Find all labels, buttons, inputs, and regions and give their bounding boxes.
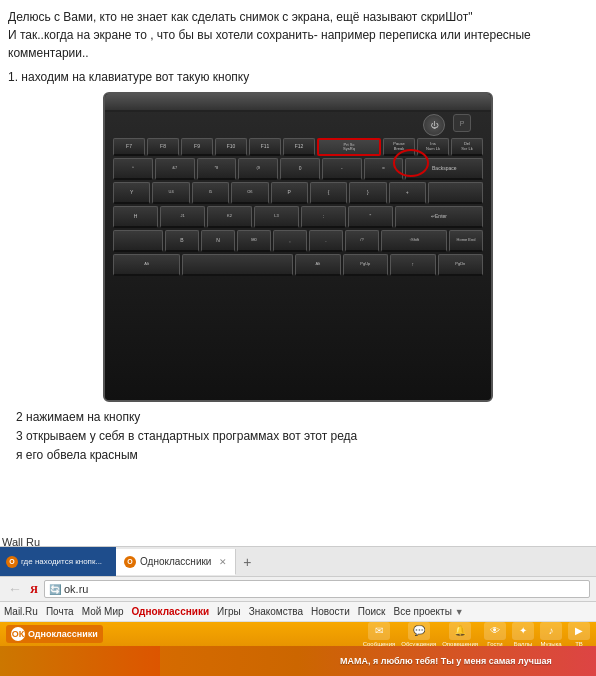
ok-header: ОК Одноклассники ✉ Сообщения 💬 Обсуждени… <box>0 622 596 646</box>
url-text: ok.ru <box>64 583 88 595</box>
top-right-buttons: ⏻ P <box>423 114 471 136</box>
new-tab-button[interactable]: + <box>236 551 258 573</box>
nav-menu-bar: Mail.Ru Почта Мой Мир Одноклассники Игры… <box>0 602 596 622</box>
key-k: K2 <box>207 206 252 228</box>
key-up: ↑ <box>390 254 436 276</box>
key-alt-left: Alt <box>113 254 180 276</box>
nav-igry[interactable]: Игры <box>217 606 241 617</box>
key-home-end: Home End <box>449 230 483 252</box>
key-p: P <box>271 182 308 204</box>
tab-inactive-left[interactable]: O где находится кнопк... <box>0 547 116 577</box>
key-j: J1 <box>160 206 205 228</box>
keyboard-bg: ⏻ P F7 F8 F9 F10 F11 F12 Prt ScSysRq Pau… <box>105 94 491 400</box>
key-h: H <box>113 206 158 228</box>
key-7: &7 <box>155 158 195 180</box>
key-minus: - <box>322 158 362 180</box>
tab1-label: где находится кнопк... <box>21 557 102 566</box>
key-del: DelScr Lk <box>451 138 483 156</box>
key-f8: F8 <box>147 138 179 156</box>
key-space <box>182 254 293 276</box>
power-button-icon: ⏻ <box>423 114 445 136</box>
address-bar: ← Я 🔄 ok.ru <box>0 576 596 602</box>
key-8: *8 <box>197 158 237 180</box>
ok-logo-circle: ОК <box>11 627 25 641</box>
key-o: O6 <box>231 182 268 204</box>
bottom-text: 2 нажимаем на кнопку 3 открываем у себя … <box>8 408 588 466</box>
tab2-close-button[interactable]: ✕ <box>219 557 227 567</box>
browser-taskbar: O где находится кнопк... O Одноклассники… <box>0 546 596 576</box>
key-u: U4 <box>152 182 189 204</box>
key-lbrace: { <box>310 182 347 204</box>
key-f7: F7 <box>113 138 145 156</box>
key-l: L3 <box>254 206 299 228</box>
key-caret: ^ <box>113 158 153 180</box>
key-enter: ↵Enter <box>395 206 483 228</box>
key-shift-left <box>113 230 163 252</box>
key-backslash: + <box>389 182 426 204</box>
key-pgdn: PgDn <box>438 254 484 276</box>
keyboard-area: F7 F8 F9 F10 F11 F12 Prt ScSysRq PauseBr… <box>105 134 491 284</box>
bottom-strip-text: МАМА, я люблю тебя! Ты у меня самая лучш… <box>340 656 552 666</box>
key-y: Y <box>113 182 150 204</box>
ok-messages-icon[interactable]: ✉ Сообщения <box>363 622 396 647</box>
tab2-label: Одноклассники <box>140 556 211 567</box>
nav-pochta[interactable]: Почта <box>46 606 74 617</box>
ok-logo[interactable]: ОК Одноклассники <box>6 625 103 643</box>
nav-novosti[interactable]: Новости <box>311 606 350 617</box>
yandex-logo: Я <box>30 583 38 595</box>
key-i: I5 <box>192 182 229 204</box>
key-slash: /? <box>345 230 379 252</box>
keyboard-image: ⏻ P F7 F8 F9 F10 F11 F12 Prt ScSysRq Pau… <box>103 92 493 402</box>
key-9: (9 <box>238 158 278 180</box>
key-shift-right: ↑Shift <box>381 230 447 252</box>
function-key-row: F7 F8 F9 F10 F11 F12 Prt ScSysRq PauseBr… <box>113 138 483 156</box>
key-f11: F11 <box>249 138 281 156</box>
nav-mailru[interactable]: Mail.Ru <box>4 606 38 617</box>
lock-icon: 🔄 <box>49 584 61 595</box>
nav-poisk[interactable]: Поиск <box>358 606 386 617</box>
nav-znakomstva[interactable]: Знакомства <box>249 606 303 617</box>
key-pause: PauseBreak <box>383 138 415 156</box>
tab-active-odnoklassniki[interactable]: O Одноклассники ✕ <box>116 549 236 575</box>
key-quote: " <box>348 206 393 228</box>
url-field[interactable]: 🔄 ok.ru <box>44 580 590 598</box>
laptop-hinge <box>105 94 491 112</box>
p-button-icon: P <box>453 114 471 132</box>
key-alt-right: Alt <box>295 254 341 276</box>
ok-logo-label: Одноклассники <box>28 629 98 639</box>
ok-tv-icon[interactable]: ▶ ТВ <box>568 622 590 647</box>
article-step1: 1. находим на клавиатуре вот такую кнопк… <box>8 68 588 86</box>
key-rbrace: } <box>349 182 386 204</box>
nav-odnoklassniki[interactable]: Одноклассники <box>132 606 210 617</box>
ok-nav-icons: ✉ Сообщения 💬 Обсуждения 🔔 Оповещения 👁 … <box>363 622 590 647</box>
article-text-1: Делюсь с Вами, кто не знает как сделать … <box>8 8 588 62</box>
key-m: M0 <box>237 230 271 252</box>
ok-notifications-icon[interactable]: 🔔 Оповещения <box>442 622 478 647</box>
key-period: . <box>309 230 343 252</box>
ok-points-icon[interactable]: ✦ Баллы <box>512 622 534 647</box>
ok-guests-icon[interactable]: 👁 Гости <box>484 622 506 647</box>
key-0: 0 <box>280 158 320 180</box>
key-ins: InsNum Lk <box>417 138 449 156</box>
bottom-key-row: Alt Alt PgUp ↑ PgDn <box>113 254 483 276</box>
bottom-fruit-promo <box>0 646 160 676</box>
nav-vse-proekty[interactable]: Все проекты ▼ <box>394 606 464 617</box>
ok-music-icon[interactable]: ♪ Музыка <box>540 622 562 647</box>
key-backspace: Backspace <box>405 158 483 180</box>
key-b: B <box>165 230 199 252</box>
yuiop-key-row: Y U4 I5 O6 P { } + <box>113 182 483 204</box>
key-f10: F10 <box>215 138 247 156</box>
bnm-key-row: B N M0 , . /? ↑Shift Home End <box>113 230 483 252</box>
main-content: Делюсь с Вами, кто не знает как сделать … <box>0 0 596 546</box>
key-equals: = <box>364 158 404 180</box>
ok-discussions-icon[interactable]: 💬 Обсуждения <box>401 622 436 647</box>
key-comma: , <box>273 230 307 252</box>
key-prtsc: Prt ScSysRq <box>317 138 381 156</box>
tab1-favicon: O <box>6 556 18 568</box>
nav-moi-mir[interactable]: Мой Мир <box>82 606 124 617</box>
key-f12: F12 <box>283 138 315 156</box>
number-key-row: ^ &7 *8 (9 0 - = Backspace <box>113 158 483 180</box>
back-button[interactable]: ← <box>6 581 24 597</box>
key-backspace2 <box>428 182 483 204</box>
hjkl-key-row: H J1 K2 L3 : " ↵Enter <box>113 206 483 228</box>
